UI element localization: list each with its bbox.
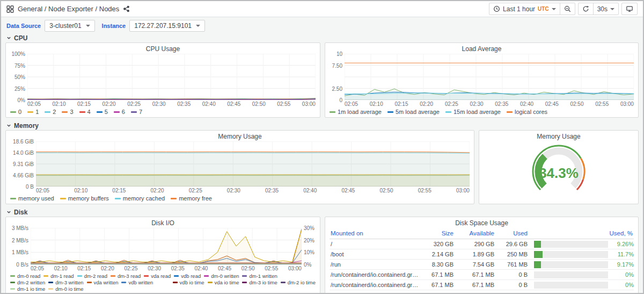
panel-cpu-usage: CPU Usage 100%75%50%25%0%02:0502:1002:15… — [5, 42, 320, 118]
section-row-disk[interactable]: Disk — [1, 207, 643, 217]
legend-label: dm-3 written — [55, 279, 83, 285]
legend-item[interactable]: 4 — [79, 109, 91, 115]
legend-item[interactable]: 5 — [97, 109, 108, 115]
panel-title[interactable]: Memory Usage — [10, 133, 470, 141]
legend-label: dm-2 read — [84, 273, 107, 279]
legend-item[interactable]: memory free — [171, 195, 212, 202]
legend-item[interactable]: 15m load average — [445, 109, 501, 115]
legend-item[interactable]: dm-3 written — [48, 279, 83, 285]
cell-size: 67.1 MB — [420, 282, 453, 288]
used-percent-track — [534, 261, 608, 268]
section-row-memory[interactable]: Memory — [1, 121, 643, 130]
y-axis-tick: 0% — [18, 97, 25, 103]
legend-swatch — [27, 111, 33, 113]
refresh-interval-select[interactable]: 30s — [594, 3, 618, 15]
legend-label: dm-0 read — [17, 273, 40, 279]
legend-item[interactable]: logical cores — [507, 109, 547, 115]
panel-title[interactable]: Memory Usage — [484, 133, 634, 141]
y-axis-tick: 1 MB/s — [12, 249, 28, 255]
legend: memory usedmemory buffersmemory cachedme… — [10, 194, 470, 202]
section-title-disk: Disk — [14, 209, 27, 216]
legend-swatch — [10, 288, 15, 290]
section-row-cpu[interactable]: CPU — [1, 33, 643, 42]
instance-select[interactable]: 172.27.207.15:9101 — [129, 20, 205, 32]
legend-swatch — [281, 282, 286, 283]
panel-title[interactable]: Disk Space Usage — [330, 219, 634, 228]
x-axis-tick: 02:20 — [103, 101, 116, 107]
x-axis-tick: 02:30 — [227, 188, 240, 193]
legend-label: 5m load average — [396, 109, 440, 115]
legend-swatch — [77, 275, 82, 277]
cell-size: 67.1 MB — [420, 271, 453, 278]
legend-item[interactable]: vdb io time — [173, 279, 204, 285]
breadcrumb[interactable]: General / Node Exporter / Nodes — [18, 5, 119, 13]
legend-item[interactable]: vdb read — [174, 273, 201, 279]
legend-item[interactable]: memory buffers — [60, 195, 109, 202]
column-header[interactable]: Size — [420, 230, 453, 236]
used-percent-label: 11.7% — [611, 251, 634, 257]
kiosk-mode-button[interactable] — [622, 3, 637, 15]
legend-item[interactable]: vda written — [87, 279, 119, 285]
used-percent-label: 9.17% — [611, 261, 634, 268]
share-icon[interactable] — [123, 5, 130, 12]
legend-item[interactable]: dm-0 written — [204, 273, 239, 279]
y-axis-tick: 2 MB/s — [12, 237, 28, 243]
refresh-button[interactable] — [579, 3, 593, 15]
datasource-select[interactable]: 3-cluster01 — [45, 20, 94, 32]
panel-title[interactable]: Load Average — [330, 45, 634, 54]
legend-label: vda read — [151, 273, 171, 279]
x-axis-tick: 02:15 — [394, 101, 408, 107]
legend-label: 7 — [139, 109, 142, 115]
legend-item[interactable]: vdb written — [121, 279, 153, 285]
time-range-picker[interactable]: Last 1 hour UTC — [489, 3, 560, 15]
y-axis-tick: 4.66 GiB — [13, 173, 34, 178]
legend-item[interactable]: dm-2 io time — [281, 279, 316, 285]
legend-item[interactable]: dm-2 read — [77, 273, 107, 279]
legend-item[interactable]: memory used — [10, 195, 54, 202]
panel-title[interactable]: CPU Usage — [10, 45, 316, 54]
instance-label: Instance — [102, 23, 126, 29]
legend-item[interactable]: 5m load average — [387, 109, 440, 115]
legend-item[interactable]: dm-1 read — [43, 273, 74, 279]
legend-swatch — [121, 282, 126, 283]
column-header[interactable]: Used — [494, 230, 528, 236]
legend-item[interactable]: dm-0 io time — [48, 286, 83, 292]
legend-item[interactable]: dm-3 io time — [242, 279, 277, 285]
legend-label: vda io time — [215, 279, 239, 285]
column-header[interactable]: Available — [453, 230, 494, 236]
legend-item[interactable]: vda read — [144, 273, 171, 279]
legend-item[interactable]: 6 — [114, 109, 125, 115]
legend-swatch — [62, 111, 68, 113]
x-axis-tick: 02:05 — [345, 101, 358, 107]
legend-item[interactable]: 3 — [62, 109, 73, 115]
used-percent-track — [534, 251, 608, 258]
legend-item[interactable]: dm-0 read — [10, 273, 40, 279]
x-axis-tick: 03:00 — [302, 101, 316, 107]
legend-item[interactable]: 0 — [10, 109, 21, 115]
legend-item[interactable]: dm-1 io time — [10, 286, 45, 292]
panel-memory-usage: Memory Usage 18.6 GiB14.0 GiB9.31 GiB4.6… — [5, 130, 474, 204]
legend-item[interactable]: dm-2 written — [10, 279, 45, 285]
legend-label: vdb written — [128, 279, 153, 285]
panel-title[interactable]: Disk I/O — [10, 219, 316, 228]
column-header[interactable]: Mounted on — [330, 230, 420, 236]
legend-item[interactable]: 1m load average — [330, 109, 382, 115]
legend-item[interactable]: vda io time — [208, 279, 239, 285]
apps-grid-icon[interactable] — [6, 5, 14, 13]
legend-label: memory free — [179, 195, 212, 202]
legend-item[interactable]: dm-1 written — [242, 273, 277, 279]
column-header[interactable]: Used, % — [528, 230, 634, 236]
y-axis-tick: 75% — [14, 62, 25, 68]
y-axis-tick-right: 10% — [304, 249, 314, 255]
legend: dm-0 readdm-1 readdm-2 readdm-3 readvda … — [10, 272, 316, 292]
legend-swatch — [171, 198, 177, 199]
cell-used-percent: 9.26% — [528, 241, 634, 248]
legend-item[interactable]: memory cached — [115, 195, 165, 202]
legend-item[interactable]: dm-3 read — [111, 273, 141, 279]
legend-item[interactable]: 2 — [45, 109, 56, 115]
legend-item[interactable]: 1 — [27, 109, 39, 115]
zoom-out-time-button[interactable] — [560, 3, 575, 15]
x-axis-tick: 02:15 — [77, 266, 91, 271]
datasource-label: Data Source — [6, 23, 41, 29]
legend-item[interactable]: 7 — [131, 109, 142, 115]
